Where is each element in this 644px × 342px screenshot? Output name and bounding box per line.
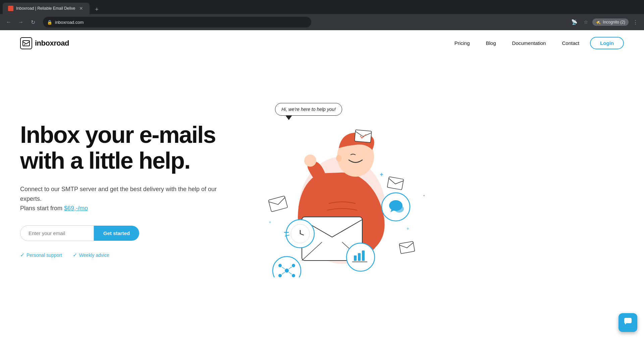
feature-label-2: Weekly advice bbox=[79, 252, 109, 258]
logo-text: inboxroad bbox=[35, 39, 69, 48]
get-started-button[interactable]: Get started bbox=[94, 226, 139, 241]
address-bar[interactable]: 🔒 inboxroad.com bbox=[43, 17, 311, 27]
svg-rect-7 bbox=[387, 177, 404, 190]
browser-actions: 📡 ☆ 🕵 Incognito (2) ⋮ bbox=[570, 17, 640, 27]
tab-favicon bbox=[8, 6, 13, 11]
website-content: inboxroad Pricing Blog Documentation Con… bbox=[0, 30, 644, 342]
svg-rect-8 bbox=[355, 130, 372, 142]
svg-text:✦: ✦ bbox=[423, 194, 425, 197]
svg-point-26 bbox=[278, 264, 282, 267]
svg-rect-6 bbox=[268, 196, 288, 212]
logo-link[interactable]: inboxroad bbox=[20, 37, 69, 49]
nav-blog[interactable]: Blog bbox=[486, 40, 496, 46]
hero-feature-1: ✓ Personal support bbox=[20, 252, 62, 258]
svg-text:✦: ✦ bbox=[406, 226, 410, 231]
feature-label-1: Personal support bbox=[26, 252, 62, 258]
tab-close-button[interactable]: ✕ bbox=[78, 5, 84, 11]
url-text: inboxroad.com bbox=[55, 20, 84, 25]
logo-icon bbox=[20, 37, 32, 49]
hero-cta: Get started bbox=[20, 225, 235, 241]
lock-icon: 🔒 bbox=[47, 20, 52, 25]
svg-rect-38 bbox=[624, 318, 632, 323]
incognito-icon: 🕵 bbox=[596, 20, 601, 24]
svg-text:✦: ✦ bbox=[268, 220, 272, 225]
forward-button[interactable]: → bbox=[16, 17, 25, 27]
nav-links: Pricing Blog Documentation Contact bbox=[454, 40, 580, 46]
svg-point-27 bbox=[292, 264, 295, 267]
svg-point-28 bbox=[278, 274, 282, 277]
hero-price-text: Plans start from bbox=[20, 205, 64, 212]
hero-subtext: Connect to our SMTP server and get the b… bbox=[20, 184, 235, 213]
main-nav: inboxroad Pricing Blog Documentation Con… bbox=[0, 30, 644, 56]
svg-point-3 bbox=[336, 155, 341, 162]
svg-point-25 bbox=[285, 269, 289, 273]
svg-rect-18 bbox=[358, 253, 361, 261]
tab-title: Inboxroad | Reliable Email Delive bbox=[16, 6, 75, 11]
refresh-button[interactable]: ↻ bbox=[28, 17, 38, 27]
hero-headline: Inbox your e-mails with a little help. bbox=[20, 122, 235, 174]
hero-feature-2: ✓ Weekly advice bbox=[73, 252, 109, 258]
hero-section: Inbox your e-mails with a little help. C… bbox=[0, 56, 644, 291]
svg-rect-0 bbox=[23, 41, 30, 46]
nav-pricing[interactable]: Pricing bbox=[454, 40, 470, 46]
svg-point-29 bbox=[292, 274, 295, 277]
headline-line2: with a little help. bbox=[20, 148, 190, 174]
back-button[interactable]: ← bbox=[4, 17, 13, 27]
svg-text:✦: ✦ bbox=[379, 171, 384, 178]
hero-subtext-main: Connect to our SMTP server and get the b… bbox=[20, 186, 217, 202]
nav-documentation[interactable]: Documentation bbox=[512, 40, 546, 46]
svg-rect-19 bbox=[362, 250, 365, 261]
hero-features: ✓ Personal support ✓ Weekly advice bbox=[20, 252, 235, 258]
svg-rect-17 bbox=[354, 255, 357, 261]
svg-point-23 bbox=[394, 205, 404, 213]
check-icon-2: ✓ bbox=[73, 252, 77, 258]
email-input[interactable] bbox=[20, 225, 94, 241]
cast-icon[interactable]: 📡 bbox=[570, 17, 579, 27]
hero-svg-illustration: ✦ ✦ ✦ ✦ bbox=[235, 90, 453, 277]
login-button[interactable]: Login bbox=[590, 37, 624, 49]
browser-controls: ← → ↻ 🔒 inboxroad.com 📡 ☆ 🕵 Incognito (2… bbox=[0, 14, 644, 30]
chat-widget[interactable] bbox=[619, 313, 637, 332]
new-tab-button[interactable]: + bbox=[92, 5, 102, 14]
svg-point-4 bbox=[304, 155, 316, 167]
incognito-label: Incognito (2) bbox=[603, 20, 625, 24]
hero-left: Inbox your e-mails with a little help. C… bbox=[20, 109, 235, 258]
svg-point-24 bbox=[273, 256, 301, 277]
headline-line1: Inbox your e-mails bbox=[20, 122, 215, 148]
hero-price-link[interactable]: $69,-/mo bbox=[64, 205, 88, 212]
check-icon-1: ✓ bbox=[20, 252, 24, 258]
browser-tabs: Inboxroad | Reliable Email Delive ✕ + bbox=[0, 0, 644, 14]
chat-icon bbox=[624, 317, 632, 328]
nav-contact[interactable]: Contact bbox=[562, 40, 579, 46]
active-tab[interactable]: Inboxroad | Reliable Email Delive ✕ bbox=[3, 3, 90, 14]
incognito-button[interactable]: 🕵 Incognito (2) bbox=[592, 18, 629, 26]
browser-chrome: Inboxroad | Reliable Email Delive ✕ + ← … bbox=[0, 0, 644, 30]
bookmark-icon[interactable]: ☆ bbox=[581, 17, 590, 27]
menu-icon[interactable]: ⋮ bbox=[631, 17, 640, 27]
hero-illustration: Hi, we're here to help you! bbox=[235, 83, 624, 284]
hero-illustration-area: Hi, we're here to help you! bbox=[235, 83, 624, 284]
